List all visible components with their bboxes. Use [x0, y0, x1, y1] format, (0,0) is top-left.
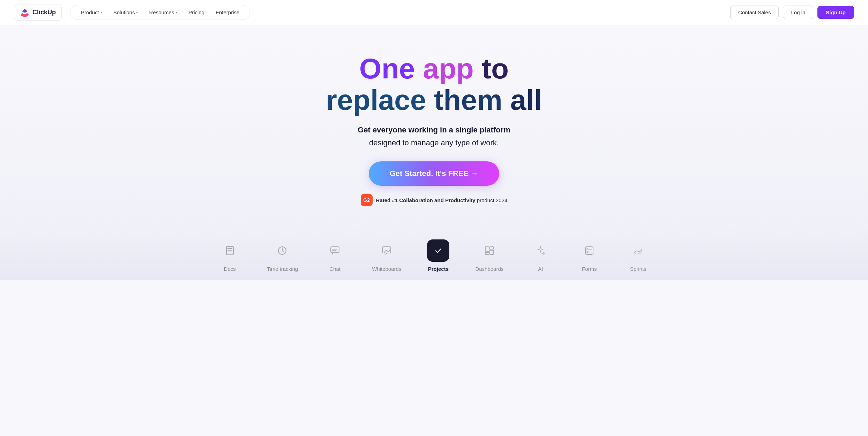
- tab-sprints[interactable]: Sprints: [614, 234, 663, 280]
- login-button[interactable]: Log in: [783, 6, 813, 19]
- chevron-down-icon: ▾: [100, 10, 102, 14]
- rated-bold: Rated #1 Collaboration and Productivity: [376, 197, 476, 203]
- svg-rect-12: [434, 246, 442, 255]
- chat-icon-wrap: [324, 239, 346, 262]
- docs-icon: [224, 245, 235, 256]
- tab-projects[interactable]: Projects: [414, 234, 463, 280]
- projects-icon-wrap: [427, 239, 449, 262]
- navbar: ClickUp Product ▾ Solutions ▾ Resources …: [0, 0, 868, 25]
- tab-ai-label: AI: [538, 266, 543, 272]
- tab-whiteboards[interactable]: Whiteboards: [359, 234, 414, 280]
- svg-rect-17: [585, 247, 593, 254]
- svg-rect-14: [490, 247, 494, 249]
- hero-word-replace: replace: [326, 84, 426, 116]
- nav-left: ClickUp Product ▾ Solutions ▾ Resources …: [14, 5, 250, 21]
- nav-item-solutions[interactable]: Solutions ▾: [108, 7, 143, 17]
- whiteboards-icon-wrap: [375, 239, 398, 262]
- clickup-logo-icon: [20, 8, 30, 17]
- ai-icon-wrap: [529, 239, 552, 262]
- docs-icon-wrap: [219, 239, 241, 262]
- logo-text: ClickUp: [32, 9, 56, 16]
- tab-time-tracking[interactable]: Time tracking: [254, 234, 310, 280]
- clock-icon: [277, 245, 288, 256]
- chevron-down-icon: ▾: [136, 10, 138, 14]
- rated-text: Rated #1 Collaboration and Productivity …: [376, 197, 508, 203]
- hero-word-them: them: [434, 84, 502, 116]
- svg-rect-7: [331, 247, 339, 253]
- tab-docs-label: Docs: [224, 266, 236, 272]
- hero-subtitle-2: designed to manage any type of work.: [369, 138, 499, 147]
- nav-menu: Product ▾ Solutions ▾ Resources ▾ Pricin…: [70, 5, 250, 20]
- ai-icon: [535, 245, 546, 256]
- tab-forms[interactable]: Forms: [565, 234, 614, 280]
- chevron-down-icon: ▾: [175, 10, 177, 14]
- tab-time-tracking-label: Time tracking: [267, 266, 298, 272]
- signup-button[interactable]: Sign Up: [817, 6, 854, 19]
- nav-item-enterprise[interactable]: Enterprise: [211, 7, 244, 17]
- cta-button[interactable]: Get Started. It's FREE →: [369, 161, 500, 186]
- tab-dashboards[interactable]: Dashboards: [463, 234, 516, 280]
- forms-icon: [584, 245, 595, 256]
- tab-projects-label: Projects: [428, 266, 449, 272]
- svg-rect-15: [490, 250, 494, 254]
- g2-icon: G2: [361, 194, 373, 206]
- nav-item-pricing[interactable]: Pricing: [184, 7, 209, 17]
- svg-line-6: [282, 251, 284, 252]
- feature-tabs: Docs Time tracking Chat: [0, 227, 868, 280]
- svg-point-19: [587, 251, 588, 253]
- contact-sales-button[interactable]: Contact Sales: [730, 6, 779, 19]
- tab-dashboards-label: Dashboards: [475, 266, 503, 272]
- logo[interactable]: ClickUp: [14, 5, 62, 21]
- chat-icon: [329, 245, 341, 256]
- dashboards-icon-wrap: [478, 239, 501, 262]
- tab-chat[interactable]: Chat: [310, 234, 359, 280]
- tab-sprints-label: Sprints: [630, 266, 646, 272]
- nav-item-product[interactable]: Product ▾: [76, 7, 107, 17]
- hero-title: One app to replace them all: [326, 53, 542, 116]
- sprints-icon-wrap: [627, 239, 649, 262]
- rated-plain: product 2024: [477, 197, 508, 203]
- time-tracking-icon-wrap: [271, 239, 293, 262]
- hero-word-to: to: [482, 53, 509, 84]
- tab-forms-label: Forms: [582, 266, 597, 272]
- hero-word-all: all: [510, 84, 542, 116]
- hero-subtitle-1: Get everyone working in a single platfor…: [358, 124, 510, 136]
- svg-rect-10: [382, 247, 391, 253]
- hero-section: One app to replace them all Get everyone…: [0, 25, 868, 227]
- tab-ai[interactable]: AI: [516, 234, 565, 280]
- projects-icon: [433, 245, 444, 256]
- tab-docs[interactable]: Docs: [205, 234, 254, 280]
- svg-point-18: [587, 248, 588, 250]
- sprints-icon: [633, 245, 644, 256]
- tab-whiteboards-label: Whiteboards: [372, 266, 401, 272]
- forms-icon-wrap: [578, 239, 600, 262]
- dashboards-icon: [484, 245, 495, 256]
- rated-badge: G2 Rated #1 Collaboration and Productivi…: [361, 194, 508, 206]
- tab-chat-label: Chat: [329, 266, 341, 272]
- hero-word-app: app: [423, 53, 474, 84]
- nav-item-resources[interactable]: Resources ▾: [144, 7, 182, 17]
- whiteboard-icon: [381, 245, 392, 256]
- svg-rect-13: [485, 247, 489, 251]
- hero-word-one: One: [359, 53, 415, 84]
- nav-right: Contact Sales Log in Sign Up: [730, 6, 854, 19]
- svg-rect-16: [485, 252, 489, 254]
